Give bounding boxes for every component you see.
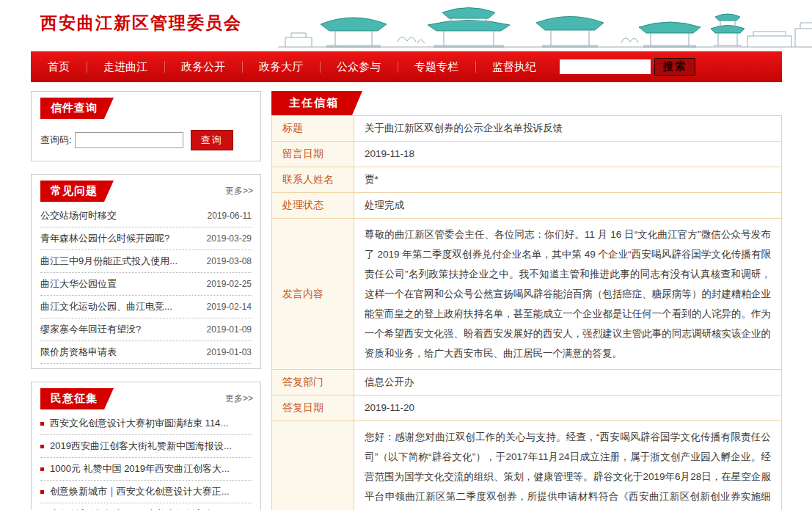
faq-item-text: 曲江文化运动公园、曲江电竞... xyxy=(40,300,202,313)
field-value: 2019-11-18 xyxy=(354,142,782,167)
field-value: 处理完成 xyxy=(354,193,782,219)
faq-item-text: 公交站场何时移交 xyxy=(40,209,203,222)
faq-item-text: 缪家寨今年回迁有望没? xyxy=(40,323,202,336)
faq-item-date: 2019-01-03 xyxy=(207,347,252,357)
row-message-content: 发言内容 尊敬的曲江新区管委会主任、各位同志：你们好。11 月 16 日“文化曲… xyxy=(272,219,782,370)
faq-item-date: 2019-06-11 xyxy=(208,211,252,221)
opinion-item-text: 西安文化创意设计大赛初审圆满结束 114... xyxy=(50,417,252,430)
faq-item[interactable]: 曲江文化运动公园、曲江电竞... 2019-02-14 xyxy=(40,296,252,318)
nav-item-public-participation[interactable]: 公众参与 xyxy=(320,51,398,82)
square-bullet-icon xyxy=(40,490,44,494)
field-label: 答复部门 xyxy=(272,370,354,396)
faq-title: 常见问题 xyxy=(40,181,114,202)
faq-item-text: 曲江三中9月份能正式投入使用... xyxy=(40,255,202,268)
field-value: 关于曲江新区双创券的公示企业名单投诉反馈 xyxy=(354,116,782,142)
nav-item-gov-disclosure[interactable]: 政务公开 xyxy=(164,51,242,82)
opinion-item[interactable]: 青年创客“选”起来|2019中美青年创客大... xyxy=(40,503,252,510)
field-label: 处理状态 xyxy=(272,193,354,219)
faq-box: 常见问题 更多>> 公交站场何时移交 2019-06-11 青年森林公园什么时候… xyxy=(31,174,261,369)
opinion-item[interactable]: 2019西安曲江创客大街礼赞新中国海报设... xyxy=(40,435,252,458)
square-bullet-icon xyxy=(40,422,44,426)
mail-detail-table: 标题 关于曲江新区双创券的公示企业名单投诉反馈 留言日期 2019-11-18 … xyxy=(271,115,782,510)
opinions-box: 民意征集 更多>> 西安文化创意设计大赛初审圆满结束 114... 2019西安… xyxy=(31,382,261,510)
faq-item-text: 限价房资格申请表 xyxy=(40,346,202,359)
row-contact-name: 联系人姓名 贾* xyxy=(272,167,782,193)
faq-item-date: 2019-02-14 xyxy=(207,302,252,312)
row-message-date: 留言日期 2019-11-18 xyxy=(272,142,782,167)
nav-item-service-hall[interactable]: 政务大厅 xyxy=(242,51,320,82)
opinions-title: 民意征集 xyxy=(40,388,114,409)
buildings-sketch-illustration xyxy=(278,1,812,50)
nav-item-about-qujiang[interactable]: 走进曲江 xyxy=(87,51,164,82)
field-value: 信息公开办 xyxy=(354,370,782,396)
main-panel: 主任信箱 标题 关于曲江新区双创券的公示企业名单投诉反馈 留言日期 2019-1… xyxy=(271,91,782,510)
opinion-item[interactable]: 西安文化创意设计大赛初审圆满结束 114... xyxy=(40,412,252,435)
field-label: 发言内容 xyxy=(272,219,354,370)
faq-more-link[interactable]: 更多>> xyxy=(225,185,253,197)
field-value: 尊敬的曲江新区管委会主任、各位同志：你们好。11 月 16 日“文化曲江官方”微… xyxy=(354,219,782,370)
faq-item-date: 2019-01-09 xyxy=(207,324,252,335)
opinion-item[interactable]: 1000元 礼赞中国 2019年西安曲江创客大... xyxy=(40,458,252,481)
row-reply-department: 答复部门 信息公开办 xyxy=(272,370,782,396)
query-code-label: 查询码: xyxy=(40,134,72,147)
opinion-item-text: 1000元 礼赞中国 2019年西安曲江创客大... xyxy=(50,462,252,476)
sidebar: 信件查询 查询码: 查询 常见问题 更多>> 公交站场何时移交 2019-06-… xyxy=(31,91,261,510)
field-value: 贾* xyxy=(354,167,782,193)
field-value: 您好：感谢您对曲江双创工作的关心与支持。经查，“西安喝风辟谷国学文化传播有限责任… xyxy=(354,421,782,510)
opinion-item-text: 创意焕新城市｜西安文化创意设计大赛正... xyxy=(50,485,252,498)
page: 西安曲江新区管理委员会 xyxy=(31,0,782,510)
opinion-item-text: 2019西安曲江创客大街礼赞新中国海报设... xyxy=(50,440,252,453)
tab-director-mailbox[interactable]: 主任信箱 xyxy=(271,91,362,115)
row-status: 处理状态 处理完成 xyxy=(272,193,782,219)
letter-query-box: 信件查询 查询码: 查询 xyxy=(31,91,261,161)
faq-item[interactable]: 缪家寨今年回迁有望没? 2019-01-09 xyxy=(40,318,252,341)
faq-item-date: 2019-03-08 xyxy=(207,256,252,266)
row-reply-date: 答复日期 2019-11-20 xyxy=(272,396,782,421)
search-input[interactable] xyxy=(560,59,651,74)
opinions-more-link[interactable]: 更多>> xyxy=(225,393,253,405)
letter-query-title: 信件查询 xyxy=(40,98,114,119)
field-value: 2019-11-20 xyxy=(354,396,782,421)
faq-item-date: 2019-03-29 xyxy=(207,233,252,244)
query-code-input[interactable] xyxy=(75,132,183,148)
field-label: 留言日期 xyxy=(272,142,354,167)
search-button[interactable]: 搜索 xyxy=(654,58,695,76)
field-label: 联系人姓名 xyxy=(272,167,354,193)
faq-item[interactable]: 曲江大华公园位置 2019-02-25 xyxy=(40,273,252,296)
nav-item-home[interactable]: 首页 xyxy=(31,51,87,82)
site-title: 西安曲江新区管理委员会 xyxy=(40,12,242,34)
faq-item[interactable]: 青年森林公园什么时候开园呢? 2019-03-29 xyxy=(40,227,252,250)
site-header: 西安曲江新区管理委员会 xyxy=(31,0,782,51)
content: 信件查询 查询码: 查询 常见问题 更多>> 公交站场何时移交 2019-06-… xyxy=(31,91,782,510)
opinion-item[interactable]: 创意焕新城市｜西安文化创意设计大赛正... xyxy=(40,481,252,503)
faq-item-text: 曲江大华公园位置 xyxy=(40,277,202,291)
faq-item[interactable]: 公交站场何时移交 2019-06-11 xyxy=(40,205,252,227)
faq-item[interactable]: 曲江三中9月份能正式投入使用... 2019-03-08 xyxy=(40,250,252,273)
main-nav: 首页 走进曲江 政务公开 政务大厅 公众参与 专题专栏 监督执纪 搜索 xyxy=(31,51,782,82)
field-label: 标题 xyxy=(272,116,354,142)
faq-item-date: 2019-02-25 xyxy=(207,279,252,289)
square-bullet-icon xyxy=(40,445,44,448)
nav-item-special-topics[interactable]: 专题专栏 xyxy=(398,51,475,82)
field-label: 回复内容 xyxy=(272,421,354,510)
faq-item-text: 青年森林公园什么时候开园呢? xyxy=(40,232,202,245)
nav-search: 搜索 xyxy=(560,58,695,76)
row-reply-content: 回复内容 您好：感谢您对曲江双创工作的关心与支持。经查，“西安喝风辟谷国学文化传… xyxy=(272,421,782,510)
square-bullet-icon xyxy=(40,467,44,471)
field-label: 答复日期 xyxy=(272,396,354,421)
query-button[interactable]: 查询 xyxy=(191,130,233,150)
row-title: 标题 关于曲江新区双创券的公示企业名单投诉反馈 xyxy=(272,116,782,142)
nav-item-supervision[interactable]: 监督执纪 xyxy=(475,51,553,82)
faq-item[interactable]: 限价房资格申请表 2019-01-03 xyxy=(40,341,252,364)
